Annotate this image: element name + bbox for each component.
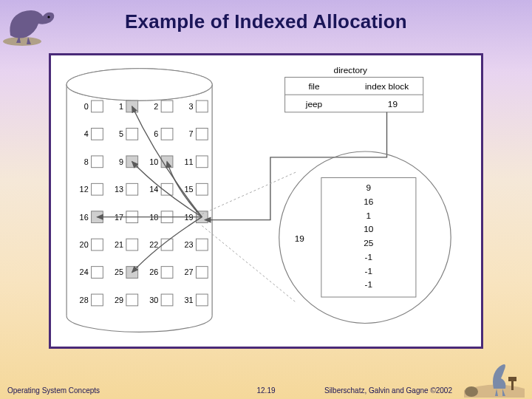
svg-point-0 (3, 37, 41, 46)
disk-block (196, 183, 208, 195)
disk-block (196, 239, 208, 250)
dir-entry-file: jeep (305, 99, 323, 109)
disk-block (161, 267, 173, 279)
directory-box: directory file index block jeep 19 (285, 65, 423, 112)
projection-line-bottom (202, 225, 296, 302)
disk-block-label: 12 (80, 185, 89, 194)
disk-block-label: 1 (119, 102, 123, 111)
disk-block (196, 267, 208, 279)
disk-block (196, 156, 208, 168)
disk-block-label: 23 (184, 240, 193, 249)
slide-footer: Operating System Concepts 12.19 Silbersc… (0, 386, 532, 395)
disk-block (196, 100, 208, 112)
disk-block-label: 16 (80, 213, 89, 222)
index-block-entry: 25 (364, 238, 374, 248)
index-block-entry: 16 (364, 197, 374, 207)
disk-block-label: 9 (119, 157, 123, 166)
projection-line-top (202, 172, 296, 214)
slide-title: Example of Indexed Allocation (0, 0, 532, 33)
index-block-magnified: 19 91611025-1-1-1 (279, 151, 451, 323)
directory-label: directory (334, 65, 367, 75)
disk-block-label: 11 (184, 157, 193, 166)
disk-block-label: 10 (149, 157, 158, 166)
svg-point-1 (47, 16, 50, 18)
disk-block-label: 4 (84, 129, 89, 138)
disk-block-label: 30 (149, 296, 158, 304)
disk-block (126, 183, 138, 195)
disk-block-label: 27 (184, 267, 193, 276)
svg-point-6 (66, 69, 212, 100)
footer-left: Operating System Concepts (7, 386, 100, 395)
indexed-allocation-diagram: 0123456789101112131415161718192021222324… (49, 53, 483, 349)
disk-block-label: 20 (80, 240, 89, 249)
disk-block (161, 100, 173, 112)
disk-block (126, 239, 138, 250)
disk-block-label: 24 (80, 267, 89, 276)
disk-block (92, 129, 103, 140)
dir-header-index: index block (365, 81, 409, 92)
index-block-entry: 10 (364, 224, 374, 234)
index-block-entry: -1 (365, 279, 373, 290)
svg-rect-4 (508, 377, 516, 381)
footer-center: 12.19 (256, 386, 275, 395)
disk-block-label: 0 (84, 102, 89, 111)
disk-block-label: 14 (149, 185, 158, 194)
disk-block-label: 31 (184, 296, 193, 304)
disk-block (196, 129, 208, 140)
disk-block-label: 2 (154, 102, 158, 111)
disk-block-label: 22 (149, 240, 158, 249)
disk-block (126, 129, 138, 140)
disk-block (92, 183, 103, 195)
disk-block-label: 21 (115, 240, 123, 249)
index-block-entry: -1 (365, 266, 373, 276)
disk-block (92, 294, 103, 306)
disk-block-label: 3 (188, 102, 193, 111)
index-block-entry: -1 (365, 252, 373, 262)
disk-block (161, 294, 173, 306)
disk-block-label: 5 (119, 129, 123, 138)
index-block-entry: 1 (366, 211, 372, 221)
disk-block-grid: 0123456789101112131415161718192021222324… (80, 100, 208, 306)
footer-right: Silberschatz, Galvin and Gagne ©2002 (324, 386, 452, 395)
dir-header-file: file (308, 81, 320, 92)
disk-block-label: 7 (188, 129, 193, 138)
disk-block-label: 6 (154, 129, 158, 138)
disk-block-label: 8 (84, 157, 89, 166)
disk-block-label: 28 (80, 296, 89, 304)
dinosaur-top-left-icon (1, 3, 68, 47)
disk-block (126, 294, 138, 306)
disk-block-label: 26 (149, 267, 158, 276)
disk-block-label: 13 (115, 185, 123, 194)
disk-block (92, 100, 103, 112)
disk-block-label: 29 (115, 296, 123, 304)
disk-block-label: 25 (115, 267, 123, 276)
disk-block-label: 15 (184, 185, 193, 194)
index-block-entry: 9 (366, 183, 372, 193)
index-block-pointer-label: 19 (295, 233, 305, 244)
disk-block (196, 294, 208, 306)
disk-block (92, 267, 103, 279)
dir-entry-index: 19 (388, 99, 398, 109)
disk-block (161, 129, 173, 140)
disk-block (92, 156, 103, 168)
disk-block (92, 239, 103, 250)
